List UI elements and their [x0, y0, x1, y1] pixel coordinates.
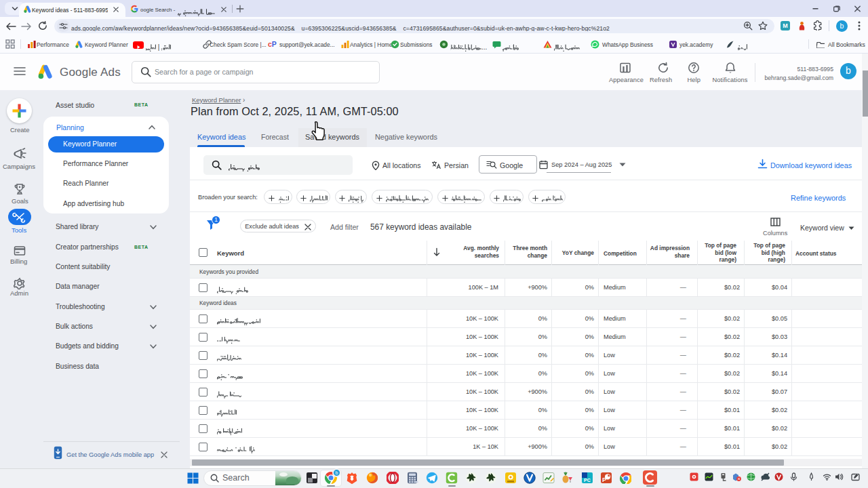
svg-text:PC: PC [584, 478, 591, 483]
svg-text:P: P [602, 476, 606, 483]
